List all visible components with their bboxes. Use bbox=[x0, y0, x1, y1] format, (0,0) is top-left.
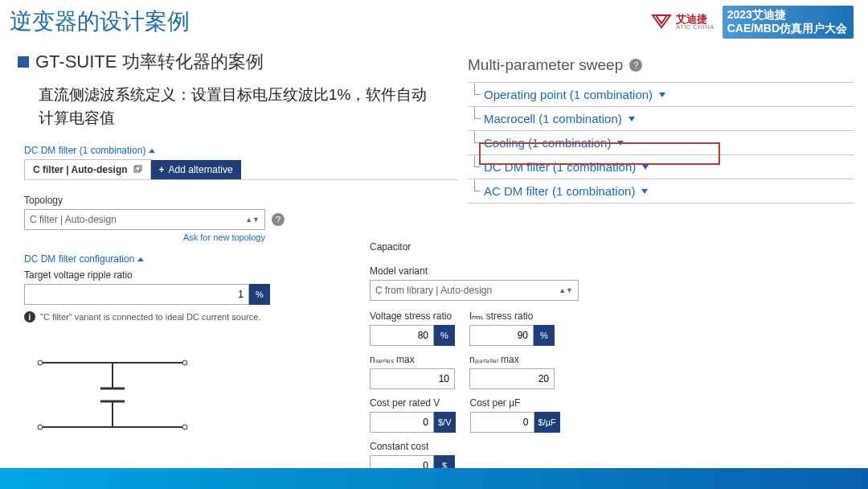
ripple-input[interactable] bbox=[24, 284, 249, 305]
nseries-input[interactable] bbox=[370, 368, 455, 389]
copy-icon bbox=[133, 165, 142, 175]
logo-cn: 艾迪捷 bbox=[676, 14, 714, 24]
sweep-item-dc-dm-filter[interactable]: DC DM filter (1 combination) bbox=[468, 154, 854, 179]
svg-rect-1 bbox=[136, 165, 141, 171]
sweep-title: Multi-parameter sweep bbox=[468, 56, 623, 74]
ripple-unit: % bbox=[249, 284, 270, 305]
footer-bar bbox=[0, 468, 868, 489]
info-icon: i bbox=[24, 311, 35, 323]
vstress-unit: % bbox=[434, 325, 455, 346]
costv-unit: $/V bbox=[434, 412, 456, 433]
sweep-panel: Multi-parameter sweep ? Operating point … bbox=[468, 56, 854, 203]
capacitor-section: Capacitor Model variant C from library |… bbox=[370, 241, 611, 476]
help-icon[interactable]: ? bbox=[272, 213, 285, 226]
chevron-down-icon bbox=[642, 165, 649, 170]
chevron-down-icon bbox=[628, 117, 635, 121]
sweep-item-operating-point[interactable]: Operating point (1 combination) bbox=[468, 82, 854, 106]
ask-topology-link[interactable]: Ask for new topology bbox=[24, 232, 265, 242]
vstress-input[interactable] bbox=[370, 325, 434, 346]
chevron-up-icon bbox=[137, 257, 144, 261]
vstress-label: Voltage stress ratio bbox=[370, 310, 455, 322]
svg-point-4 bbox=[38, 360, 43, 365]
topology-select[interactable]: C filter | Auto-design ▲▼ bbox=[24, 209, 265, 230]
conf-line1: 2023艾迪捷 bbox=[727, 8, 847, 23]
breadcrumb[interactable]: DC DM filter (1 combination) bbox=[24, 145, 458, 156]
chevron-updown-icon: ▲▼ bbox=[559, 286, 573, 294]
istress-unit: % bbox=[534, 325, 555, 346]
chevron-down-icon bbox=[641, 189, 648, 194]
istress-input[interactable] bbox=[469, 325, 534, 346]
subtitle: GT-SUITE 功率转化器的案例 bbox=[35, 50, 264, 74]
square-bullet-icon bbox=[18, 56, 29, 68]
plus-icon: + bbox=[159, 164, 165, 175]
sweep-item-ac-dm-filter[interactable]: AC DM filter (1 combination) bbox=[468, 179, 854, 203]
npar-input[interactable] bbox=[469, 368, 555, 389]
sweep-title-row: Multi-parameter sweep ? bbox=[468, 56, 854, 74]
npar-label: nₚₐᵣₐₗₗₑₗ max bbox=[469, 354, 555, 365]
logo: 艾迪捷 ATIC CHINA bbox=[650, 13, 714, 31]
logo-icon bbox=[650, 13, 673, 31]
chevron-down-icon bbox=[659, 92, 665, 97]
chevron-down-icon bbox=[617, 141, 624, 146]
tab-c-filter[interactable]: C filter | Auto-design bbox=[24, 159, 151, 179]
capacitor-header: Capacitor bbox=[370, 241, 611, 253]
logo-en: ATIC CHINA bbox=[676, 24, 714, 31]
add-alternative-button[interactable]: + Add alternative bbox=[151, 160, 241, 179]
istress-label: Iᵣₘₛ stress ratio bbox=[469, 310, 555, 322]
nseries-label: nₛₑᵣᵢₑₛ max bbox=[370, 354, 455, 365]
svg-point-5 bbox=[182, 360, 187, 365]
form-panel: DC DM filter (1 combination) C filter | … bbox=[24, 145, 458, 443]
header: 逆变器的设计案例 艾迪捷 ATIC CHINA 2023艾迪捷 CAE/MBD仿… bbox=[0, 0, 868, 43]
costuf-unit: $/µF bbox=[534, 412, 560, 433]
model-select[interactable]: C from library | Auto-design ▲▼ bbox=[370, 280, 579, 301]
svg-point-7 bbox=[182, 425, 187, 429]
conference-badge: 2023艾迪捷 CAE/MBD仿真用户大会 bbox=[723, 6, 854, 39]
model-label: Model variant bbox=[370, 265, 611, 277]
costuf-label: Cost per µF bbox=[470, 397, 560, 409]
costv-input[interactable] bbox=[370, 412, 434, 433]
svg-rect-0 bbox=[134, 166, 140, 172]
tab-row: C filter | Auto-design + Add alternative bbox=[24, 159, 458, 180]
page-title: 逆变器的设计案例 bbox=[10, 6, 190, 37]
costuf-input[interactable] bbox=[470, 412, 534, 433]
chevron-updown-icon: ▲▼ bbox=[245, 216, 260, 224]
svg-point-6 bbox=[38, 425, 43, 429]
circuit-diagram bbox=[24, 347, 201, 443]
sweep-item-cooling[interactable]: Cooling (1 combination) bbox=[468, 130, 854, 154]
note-text: "C filter" variant is connected to ideal… bbox=[40, 312, 260, 322]
description: 直流侧滤波系统定义：设置目标电压纹波比1%，软件自动计算电容值 bbox=[39, 84, 440, 129]
header-right: 艾迪捷 ATIC CHINA 2023艾迪捷 CAE/MBD仿真用户大会 bbox=[650, 6, 854, 39]
constcost-label: Constant cost bbox=[370, 441, 611, 452]
topology-label: Topology bbox=[24, 195, 458, 206]
costv-label: Cost per rated V bbox=[370, 397, 456, 409]
conf-line2: CAE/MBD仿真用户大会 bbox=[727, 22, 847, 36]
help-icon[interactable]: ? bbox=[629, 59, 642, 72]
sweep-item-macrocell[interactable]: Macrocell (1 combination) bbox=[468, 106, 854, 130]
chevron-up-icon bbox=[149, 149, 155, 153]
